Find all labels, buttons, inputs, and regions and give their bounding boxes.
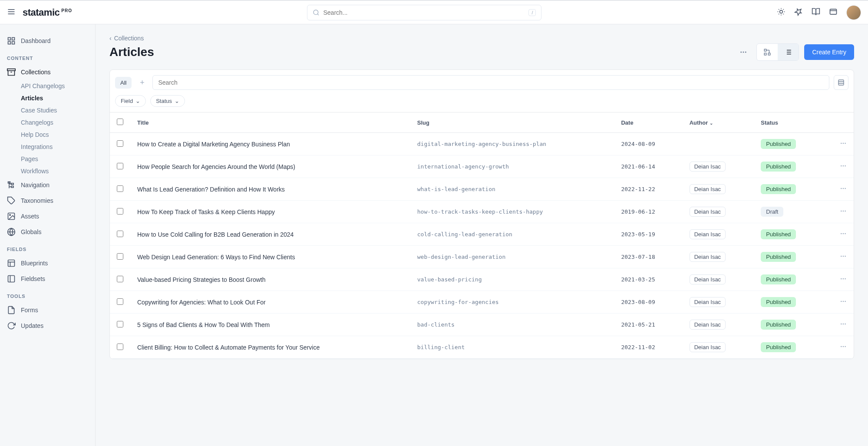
search-input[interactable]	[323, 9, 525, 16]
user-avatar[interactable]	[846, 5, 861, 20]
sidebar-item-navigation[interactable]: Navigation	[0, 177, 95, 193]
more-actions[interactable]	[736, 44, 751, 60]
book-icon[interactable]	[812, 7, 820, 17]
entry-title[interactable]: Web Design Lead Generation: 6 Ways to Fi…	[137, 254, 295, 261]
breadcrumb[interactable]: ‹ Collections	[109, 35, 854, 42]
view-tree[interactable]	[757, 44, 778, 60]
author-badge[interactable]: Deian Isac	[690, 297, 726, 307]
entry-slug: billing-client	[410, 336, 614, 359]
pin-icon[interactable]	[794, 7, 803, 17]
entry-title[interactable]: How to Create a Digital Marketing Agency…	[137, 141, 290, 148]
add-filter-tab[interactable]: +	[136, 76, 148, 89]
logo[interactable]: statamic PRO	[23, 7, 72, 18]
svg-point-63	[845, 188, 846, 189]
author-badge[interactable]: Deian Isac	[690, 207, 726, 217]
svg-point-71	[843, 256, 844, 257]
sidebar-sub-item[interactable]: Integrations	[0, 141, 95, 153]
sidebar-sub-item[interactable]: Workflows	[0, 165, 95, 177]
sidebar-item-assets[interactable]: Assets	[0, 208, 95, 224]
svg-point-69	[845, 233, 846, 235]
theme-icon[interactable]	[777, 7, 785, 17]
view-list[interactable]	[778, 44, 799, 60]
row-actions[interactable]	[824, 133, 854, 155]
row-checkbox[interactable]	[117, 321, 123, 327]
entry-slug: digital-marketing-agency-business-plan	[410, 133, 614, 155]
entry-title[interactable]: Client Billing: How to Collect & Automat…	[137, 344, 320, 351]
row-actions[interactable]	[824, 201, 854, 223]
global-search[interactable]: /	[307, 5, 541, 20]
entry-title[interactable]: How To Keep Track of Tasks & Keep Client…	[137, 208, 275, 215]
sidebar-item-forms[interactable]: Forms	[0, 302, 95, 318]
sidebar-item-blueprints[interactable]: Blueprints	[0, 255, 95, 271]
select-all-checkbox[interactable]	[117, 119, 123, 125]
site-icon[interactable]	[829, 7, 838, 17]
author-badge[interactable]: Deian Isac	[690, 342, 726, 352]
sidebar-item-collections[interactable]: Collections	[0, 64, 95, 80]
row-checkbox[interactable]	[117, 276, 123, 282]
row-checkbox[interactable]	[117, 298, 123, 305]
row-actions[interactable]	[824, 155, 854, 178]
sidebar-sub-item[interactable]: Help Docs	[0, 129, 95, 141]
row-checkbox[interactable]	[117, 344, 123, 350]
row-actions[interactable]	[824, 223, 854, 246]
author-badge[interactable]: Deian Isac	[690, 184, 726, 194]
sidebar-sub-item[interactable]: Pages	[0, 153, 95, 165]
svg-line-8	[779, 9, 779, 10]
author-badge[interactable]: Deian Isac	[690, 162, 726, 172]
svg-rect-52	[838, 80, 844, 85]
status-badge: Published	[761, 274, 796, 284]
author-badge[interactable]: Deian Isac	[690, 252, 726, 262]
col-author[interactable]: Author⌄	[683, 112, 754, 133]
filter-field[interactable]: Field⌄	[115, 95, 146, 107]
sidebar-item-dashboard[interactable]: Dashboard	[0, 33, 95, 49]
col-date[interactable]: Date	[614, 112, 682, 133]
row-checkbox[interactable]	[117, 163, 123, 169]
table-row: Value-based Pricing Strategies to Boost …	[110, 268, 854, 291]
col-title[interactable]: Title	[130, 112, 410, 133]
entry-title[interactable]: What Is Lead Generation? Definition and …	[137, 186, 285, 193]
entry-title[interactable]: How to Use Cold Calling for B2B Lead Gen…	[137, 231, 294, 238]
author-badge[interactable]: Deian Isac	[690, 229, 726, 239]
sidebar-sub-item[interactable]: Articles	[0, 92, 95, 104]
entry-title[interactable]: How People Search for Agencies Around th…	[137, 163, 295, 170]
sidebar-sub-item[interactable]: Changelogs	[0, 116, 95, 129]
columns-button[interactable]	[834, 75, 848, 90]
col-slug[interactable]: Slug	[410, 112, 614, 133]
dots-icon	[840, 208, 847, 215]
menu-toggle[interactable]	[7, 7, 16, 17]
entries-search[interactable]	[152, 75, 829, 90]
row-actions[interactable]	[824, 336, 854, 359]
entry-date: 2021-05-21	[614, 314, 682, 336]
sidebar-item-globals[interactable]: Globals	[0, 224, 95, 240]
sidebar-item-taxonomies[interactable]: Taxonomies	[0, 193, 95, 208]
row-actions[interactable]	[824, 291, 854, 314]
svg-point-55	[841, 143, 842, 144]
row-checkbox[interactable]	[117, 185, 123, 192]
svg-rect-43	[765, 53, 767, 55]
create-entry-button[interactable]: Create Entry	[804, 44, 854, 60]
entry-title[interactable]: 5 Signs of Bad Clients & How To Deal Wit…	[137, 321, 270, 328]
sidebar-item-updates[interactable]: Updates	[0, 318, 95, 334]
col-status[interactable]: Status	[754, 112, 824, 133]
entry-title[interactable]: Copywriting for Agencies: What to Look O…	[137, 299, 266, 306]
row-actions[interactable]	[824, 268, 854, 291]
row-actions[interactable]	[824, 178, 854, 201]
sidebar-sub-item[interactable]: API Changelogs	[0, 80, 95, 92]
svg-point-79	[841, 324, 842, 325]
row-actions[interactable]	[824, 246, 854, 268]
row-checkbox[interactable]	[117, 208, 123, 215]
sidebar-item-label: Forms	[21, 307, 38, 314]
row-checkbox[interactable]	[117, 140, 123, 147]
author-badge[interactable]: Deian Isac	[690, 320, 726, 330]
logo-text: statamic	[23, 7, 59, 18]
sidebar-item-fieldsets[interactable]: Fieldsets	[0, 271, 95, 287]
filter-status[interactable]: Status⌄	[150, 95, 185, 107]
row-actions[interactable]	[824, 314, 854, 336]
row-checkbox[interactable]	[117, 231, 123, 237]
entry-title[interactable]: Value-based Pricing Strategies to Boost …	[137, 276, 265, 283]
sidebar-sub-item[interactable]: Case Studies	[0, 104, 95, 116]
row-checkbox[interactable]	[117, 253, 123, 260]
author-badge[interactable]: Deian Isac	[690, 274, 726, 284]
search-icon	[313, 9, 320, 16]
filter-tab-all[interactable]: All	[115, 77, 132, 89]
